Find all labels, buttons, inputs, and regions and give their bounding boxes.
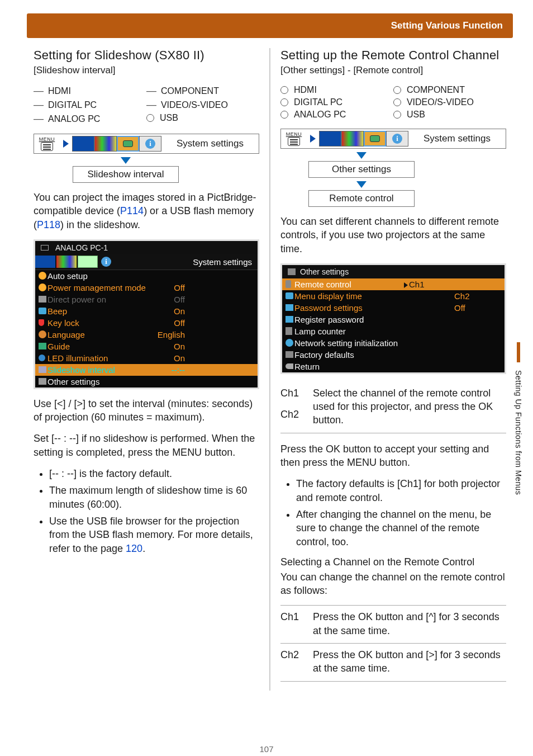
thumb-index-label: Setting Up Functions from Menus xyxy=(514,370,523,495)
link-p118[interactable]: P118 xyxy=(37,219,60,230)
tab-display xyxy=(319,131,341,147)
input-digital-pc: —DIGITAL PC xyxy=(34,98,142,112)
row-icon xyxy=(39,308,46,314)
tab-system xyxy=(364,131,386,147)
tab-image xyxy=(341,131,364,147)
table-row: Ch2 Press the OK button and [>] for 3 se… xyxy=(280,644,506,682)
tab-info: i xyxy=(139,136,161,152)
radio-icon xyxy=(146,114,154,122)
row-icon xyxy=(285,316,293,323)
row-icon xyxy=(285,292,293,299)
info-icon: i xyxy=(101,257,111,267)
right-bullets: The factory defaults is [Ch1] for both p… xyxy=(280,477,506,548)
input-component: COMPONENT xyxy=(393,84,502,96)
row-label: Beep xyxy=(47,306,67,316)
right-subheading: [Other settings] - [Remote control] xyxy=(280,65,506,76)
ok-word: OK xyxy=(358,649,373,660)
link-120[interactable]: 120 xyxy=(126,543,142,554)
row-icon xyxy=(285,280,291,288)
radio-icon xyxy=(393,86,401,94)
right-para-3: You can change the channel on the remote… xyxy=(280,570,506,598)
tab-info: i xyxy=(386,131,408,147)
nav-strip-label: System settings xyxy=(161,138,259,149)
ok-word: OK xyxy=(326,443,340,455)
ms-tab-3 xyxy=(78,256,98,268)
menu-row: Direct power onOff xyxy=(35,294,258,305)
menu-row: LED illuminationOn xyxy=(35,352,258,364)
radio-icon xyxy=(393,111,401,119)
row-label: Register password xyxy=(294,315,364,324)
radio-icon xyxy=(280,98,288,106)
dash-icon: — xyxy=(34,85,42,97)
ms-tab-2 xyxy=(56,256,77,268)
row-icon xyxy=(39,330,46,338)
menu-button-icon: MENU xyxy=(34,134,60,153)
pc-icon xyxy=(41,245,49,251)
right-para-2: Press the OK button to accept your setti… xyxy=(280,442,506,470)
row-label: Remote control xyxy=(294,280,351,289)
section-header: Setting Various Function xyxy=(27,13,513,38)
row-label: Slideshow interval xyxy=(47,365,115,375)
ok-word: OK xyxy=(478,401,493,412)
row-label: Return xyxy=(294,362,320,371)
ms-title: Other settings xyxy=(282,265,505,278)
right-column: Setting up the Remote Control Channel [O… xyxy=(270,48,506,691)
menu-row: Menu display timeCh2 xyxy=(282,290,505,302)
info-icon: i xyxy=(392,134,402,144)
input-analog-pc: —ANALOG PC xyxy=(34,112,142,126)
radio-icon xyxy=(280,86,288,94)
drop-remote-control: Remote control xyxy=(308,190,415,207)
link-p114[interactable]: P114 xyxy=(120,205,144,216)
left-para-1: You can project the images stored in a P… xyxy=(34,191,259,231)
right-heading: Setting up the Remote Control Channel xyxy=(280,48,506,63)
ms-title: ANALOG PC-1 xyxy=(35,241,258,254)
menu-row: Lamp counter xyxy=(282,325,505,337)
row-icon xyxy=(39,355,45,361)
menu-screenshot-other-settings: Other settings Remote controlCh1Menu dis… xyxy=(280,263,506,374)
bullet-item: Use the USB file browser for the project… xyxy=(49,514,259,555)
left-para-3: Set [-- : --] if no slideshow is perform… xyxy=(34,432,259,459)
menu-button-icon: MENU xyxy=(281,129,307,148)
nav-strip-label: System settings xyxy=(408,133,506,144)
arrow-down-icon xyxy=(356,181,367,188)
radio-icon xyxy=(393,98,401,106)
input-usb: USB xyxy=(393,108,502,121)
settings-icon xyxy=(288,268,296,275)
row-icon xyxy=(285,351,293,358)
input-analog-pc: ANALOG PC xyxy=(280,108,389,121)
row-label: Password settings xyxy=(294,303,363,313)
row-label: Direct power on xyxy=(47,295,106,304)
input-component: —COMPONENT xyxy=(146,84,255,98)
dash-icon: — xyxy=(146,85,155,97)
menu-row: LanguageEnglish xyxy=(35,329,258,341)
ms-tab-1 xyxy=(35,256,55,268)
ch1-label: Ch1 xyxy=(280,606,313,644)
dash-icon: — xyxy=(34,99,42,111)
arrow-right-icon xyxy=(310,135,316,143)
channel-description-table: Ch1 Ch2 Select the channel of the remote… xyxy=(280,382,506,433)
thumb-index-tab: Setting Up Functions from Menus xyxy=(514,342,523,495)
row-value: On xyxy=(174,306,252,316)
tab-system xyxy=(117,136,139,152)
row-label: Network setting initialization xyxy=(294,338,398,348)
tab-bar: i xyxy=(72,136,161,152)
left-input-list: —HDMI —DIGITAL PC —ANALOG PC —COMPONENT … xyxy=(34,84,259,126)
input-video-svideo: —VIDEO/S-VIDEO xyxy=(146,98,255,112)
drop-other-settings: Other settings xyxy=(308,161,415,178)
menu-row: Auto setup xyxy=(35,270,258,282)
menu-row: Other settings xyxy=(35,376,258,388)
row-ch2: Ch2 xyxy=(454,291,499,301)
menu-row: Key lockOff xyxy=(35,317,258,329)
menu-row: Power management modeOff xyxy=(35,282,258,294)
row-label: Language xyxy=(47,330,85,339)
info-icon: i xyxy=(145,139,155,149)
row-label: Menu display time xyxy=(294,291,362,301)
row-label: Power management mode xyxy=(47,283,146,292)
nav-strip-l: MENU i System settings xyxy=(34,134,259,154)
table-row: Ch1 Ch2 Select the channel of the remote… xyxy=(280,382,506,433)
left-bullets: [-- : --] is the factory default. The ma… xyxy=(34,467,259,555)
row-icon xyxy=(39,296,46,303)
row-ch1: Ch1 xyxy=(404,280,449,289)
arrow-down-icon xyxy=(121,157,131,164)
menu-row: Register password xyxy=(282,314,505,325)
